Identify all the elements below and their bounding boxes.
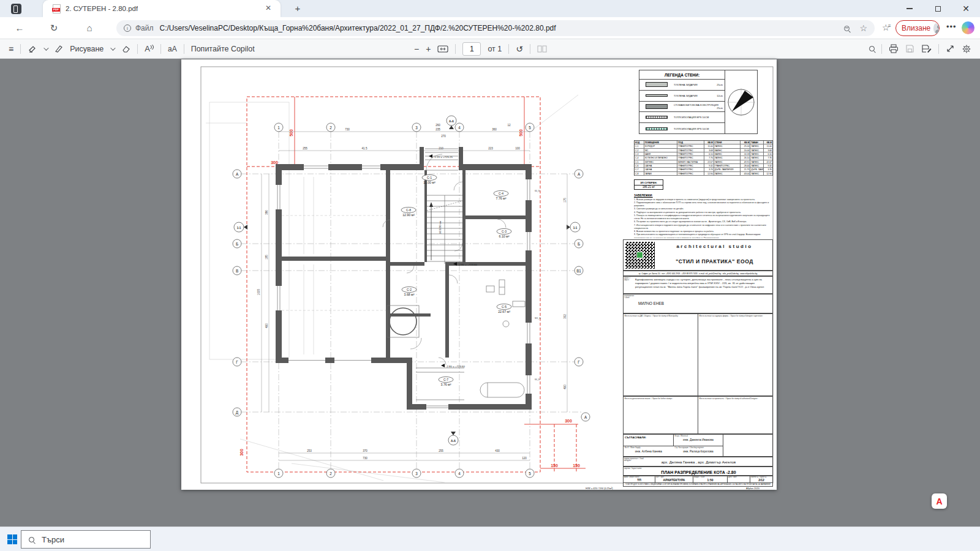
schedule-cell: 11.00 [704,144,714,148]
north-arrow-icon [725,70,757,133]
profile-avatar [933,23,939,34]
svg-text:С-1: С-1 [427,176,432,179]
translate-icon[interactable]: аА [168,44,177,54]
svg-text:3: 3 [415,471,418,476]
pdf-toolbar: ≡ Рисуване A аА Попитайте Copilot − + 1 … [0,39,980,59]
read-aloud-icon[interactable]: A [145,44,154,54]
page-number-input[interactable]: 1 [462,42,481,56]
save-as-icon[interactable] [921,44,932,53]
zoom-in-icon[interactable]: + [426,44,431,54]
draw-label[interactable]: Рисуване [70,45,104,53]
schedule-cell: С-5 [635,160,644,163]
favorite-star-icon[interactable]: ☆ [859,24,867,32]
page-view-icon[interactable] [537,45,547,53]
studio-name: architectural studio [658,244,771,249]
svg-text:1-1: 1-1 [573,227,578,230]
schedule-cell: ДЪРВ. ЛАМПЕРИЯ [750,168,764,171]
refresh-icon[interactable]: ↻ [48,22,60,34]
schedule-cell: 12.90 [764,172,772,175]
drawing-title: ПЛАН РАЗПРЕДЕЛЕНИЕ КОТА -2.80 [624,470,774,474]
svg-text:Г: Г [578,360,580,364]
active-tab[interactable]: PDF 2. СУТЕРЕН - 2.80.pdf ✕ [43,0,281,17]
tab-close-icon[interactable]: ✕ [263,4,273,13]
sauna-tub [387,305,421,349]
schedule-cell: 7.76 [764,156,772,159]
stair-note: 16.5/30 см [439,221,442,234]
stamp-row-2: Място за допълнителни печати : / Space f… [623,396,773,434]
red-dim: 300 [271,160,278,165]
home-icon[interactable]: ⌂ [83,22,96,34]
draw-pen-icon[interactable] [54,44,63,53]
red-dim: 150 [551,463,558,468]
svg-text:11.00 м²: 11.00 м² [423,181,435,184]
qr-code [625,242,655,269]
favorites-bar-icon[interactable]: ☆≡ [882,23,890,32]
windows-taskbar: Търси A W ☎ БГР 11:47 [0,527,980,551]
schedule-cell: 3.68 [764,149,772,152]
highlighter-chevron-icon[interactable] [43,45,48,50]
svg-text:100: 100 [515,147,520,150]
window-code: W1_Б [535,317,541,320]
svg-text:5: 5 [529,471,531,476]
start-button-icon[interactable] [7,534,17,544]
zoom-out-icon[interactable]: − [414,44,419,54]
window-restore-button[interactable] [924,0,952,17]
window-minimize-button[interactable] [895,0,924,17]
note-line: 2. Подовопокривните нива с обозначение П… [634,201,773,208]
sheet-size-note: H/W = 420 / 594 (0.25м²) [586,487,613,490]
schedule-cell: ЛАТЕКС [714,156,741,159]
scale-value: 1:50 [693,478,727,482]
new-tab-button[interactable]: + [292,2,304,15]
svg-text:255: 255 [303,147,307,150]
settings-gear-icon[interactable] [962,44,971,54]
designer-row: водещ проектант: / lead designer: арх. Д… [623,457,773,467]
designer-names: арх. Деляна Ганева , арх. Димитър Ангело… [624,460,774,464]
svg-text:175: 175 [564,198,567,203]
print-icon[interactable] [889,44,899,53]
signin-button[interactable]: Влизане [895,20,940,36]
pdf-viewer[interactable]: 500 500 300 300 300 150 150 1 2 3 4 [0,59,980,527]
axis-bubbles-left: А Б В Г Д [233,170,241,416]
attributes-row: фаза: / project status:ТП част: / part:А… [623,476,773,483]
pdf-search-icon[interactable] [869,46,875,51]
stamp-further: Място за допълнителни печати : / Space f… [624,397,698,433]
back-icon[interactable]: ← [13,22,26,34]
window-close-button[interactable]: ✕ [952,0,980,17]
svg-text:3: 3 [415,126,418,130]
svg-text:12.90 м²: 12.90 м² [402,213,415,217]
fit-width-icon[interactable] [437,45,448,53]
client-label: възложител: / client: [624,295,634,299]
taskbar-search-box[interactable]: Търси [21,530,151,549]
notes-title: ЗАБЕЛЕЖКИ: [634,194,773,197]
schedule-cell: ГРАНИТОГРЕС [714,164,741,167]
object-label: обект: / object: [624,277,634,282]
svg-text:223: 223 [488,147,493,150]
schedule-header-cell: ТАВАН [750,141,764,144]
copilot-icon[interactable] [962,21,974,34]
workspaces-icon[interactable] [11,4,21,14]
rotate-icon[interactable]: ↺ [516,44,523,54]
approval-cell: Стр. Конструкции: / Checking engineer:ин… [674,446,724,458]
search-icon [29,537,34,542]
highlighter-icon[interactable] [28,44,37,53]
toc-icon[interactable]: ≡ [9,44,13,54]
browser-menu-icon[interactable]: ••• [946,22,957,31]
search-placeholder: Търси [42,535,64,544]
approval-cell: Ел-ра: / Electrical:инж. Даниела Иванова [674,435,724,446]
schedule-cell: ЛАТЕКС [750,156,764,159]
address-bar[interactable]: i Файл C:/Users/VeselinaPC/Desktop/Къща_… [116,20,875,36]
save-icon[interactable] [905,44,914,53]
stamp-municipality: Място за печат на ДАГ, Община : / Space … [624,314,698,395]
schedule-cell: ДЪРВ. ЛАМПЕРИЯ [714,168,741,171]
page-info-icon[interactable]: i [124,24,131,32]
svg-text:270: 270 [441,135,446,138]
ask-copilot-button[interactable]: Попитайте Copilot [191,45,255,53]
acrobat-extension-button[interactable]: A [932,493,947,509]
fullscreen-icon[interactable] [946,44,955,53]
schedule-cell: ЛАТЕКС [750,164,764,167]
zoom-reset-icon[interactable] [844,26,850,31]
svg-text:3.68 м²: 3.68 м² [404,293,415,296]
eraser-icon[interactable] [121,45,130,53]
draw-chevron-icon[interactable] [110,45,115,50]
legend-row: ТОПЛОИЗОЛАЦИЯ XPS 10CM [639,123,725,134]
